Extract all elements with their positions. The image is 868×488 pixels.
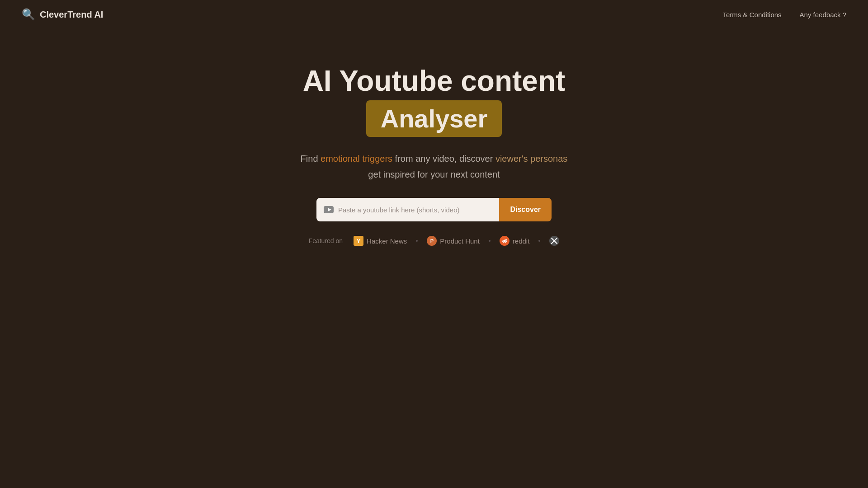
hacker-news-label: Hacker News [367, 237, 407, 245]
featured-x-twitter[interactable] [549, 236, 559, 246]
hero-subtitle: Find emotional triggers from any video, … [301, 151, 568, 166]
featured-row: Featured on Y Hacker News P Product Hunt [309, 236, 560, 246]
subtitle-emotional-triggers: emotional triggers [321, 154, 392, 164]
logo-icon: 🔍 [22, 8, 35, 21]
logo-link[interactable]: 🔍 CleverTrend AI [22, 8, 103, 21]
product-hunt-icon: P [427, 236, 437, 246]
reddit-label: reddit [513, 237, 530, 245]
subtitle-part2: from any video, discover [392, 154, 495, 164]
featured-product-hunt[interactable]: P Product Hunt [427, 236, 480, 246]
search-bar: Discover [316, 198, 552, 221]
search-input[interactable] [338, 206, 492, 214]
featured-label: Featured on [309, 237, 343, 244]
subtitle-viewer-personas: viewer's personas [495, 154, 567, 164]
featured-reddit[interactable]: reddit [500, 236, 530, 246]
svg-point-5 [505, 241, 506, 242]
feedback-link[interactable]: Any feedback ? [800, 11, 846, 19]
hacker-news-icon: Y [354, 236, 363, 246]
search-input-wrapper [316, 198, 499, 221]
navbar: 🔍 CleverTrend AI Terms & Conditions Any … [0, 0, 868, 29]
divider-1 [416, 240, 418, 242]
hero-section: AI Youtube content Analyser Find emotion… [0, 29, 868, 246]
x-twitter-icon [549, 236, 559, 246]
hero-subtitle-line2: get inspired for your next content [368, 169, 500, 180]
divider-3 [538, 240, 540, 242]
logo-text: CleverTrend AI [40, 9, 103, 20]
youtube-icon [324, 206, 334, 213]
hero-title-line1: AI Youtube content [303, 65, 566, 97]
nav-links: Terms & Conditions Any feedback ? [723, 11, 846, 19]
product-hunt-label: Product Hunt [440, 237, 480, 245]
featured-hacker-news[interactable]: Y Hacker News [354, 236, 407, 246]
subtitle-part1: Find [301, 154, 321, 164]
discover-button[interactable]: Discover [499, 198, 552, 221]
terms-link[interactable]: Terms & Conditions [723, 11, 782, 19]
divider-2 [489, 240, 491, 242]
reddit-icon [500, 236, 509, 246]
svg-point-4 [503, 241, 504, 242]
analyser-badge: Analyser [366, 100, 502, 137]
